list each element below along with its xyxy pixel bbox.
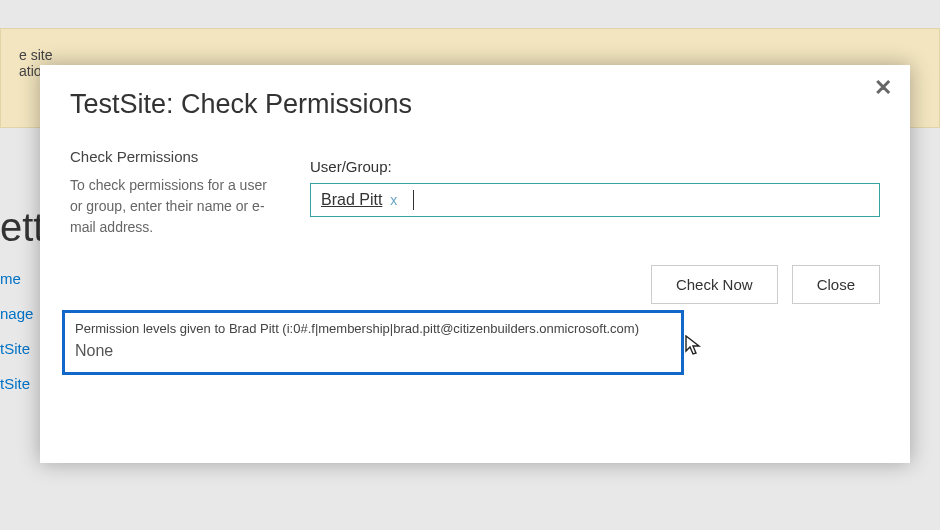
user-group-label: User/Group: (310, 158, 880, 175)
page-header-fragment: ett (0, 205, 44, 250)
banner-text-line1: e site (19, 47, 921, 63)
help-column: Check Permissions To check permissions f… (70, 148, 270, 304)
dialog-title: TestSite: Check Permissions (70, 89, 880, 120)
dialog-body: Check Permissions To check permissions f… (70, 148, 880, 304)
result-title: Permission levels given to Brad Pitt (i:… (75, 321, 671, 336)
form-column: User/Group: Brad Pitt x Check Now Close (310, 148, 880, 304)
result-value: None (75, 342, 671, 360)
nav-link[interactable]: tSite (0, 375, 33, 392)
mouse-cursor-icon (685, 335, 703, 362)
left-nav-links: me nage tSite tSite (0, 270, 33, 392)
nav-link[interactable]: tSite (0, 340, 33, 357)
close-icon[interactable]: ✕ (874, 77, 892, 99)
remove-chip-icon[interactable]: x (390, 192, 397, 208)
permission-result-box: Permission levels given to Brad Pitt (i:… (62, 310, 684, 375)
nav-link[interactable]: me (0, 270, 33, 287)
section-heading: Check Permissions (70, 148, 270, 165)
close-button[interactable]: Close (792, 265, 880, 304)
check-now-button[interactable]: Check Now (651, 265, 778, 304)
nav-link[interactable]: nage (0, 305, 33, 322)
text-cursor (413, 190, 414, 210)
check-permissions-dialog: ✕ TestSite: Check Permissions Check Perm… (40, 65, 910, 463)
button-row: Check Now Close (310, 265, 880, 304)
selected-user-chip[interactable]: Brad Pitt (321, 191, 382, 209)
help-text: To check permissions for a user or group… (70, 175, 270, 238)
user-group-input[interactable]: Brad Pitt x (310, 183, 880, 217)
